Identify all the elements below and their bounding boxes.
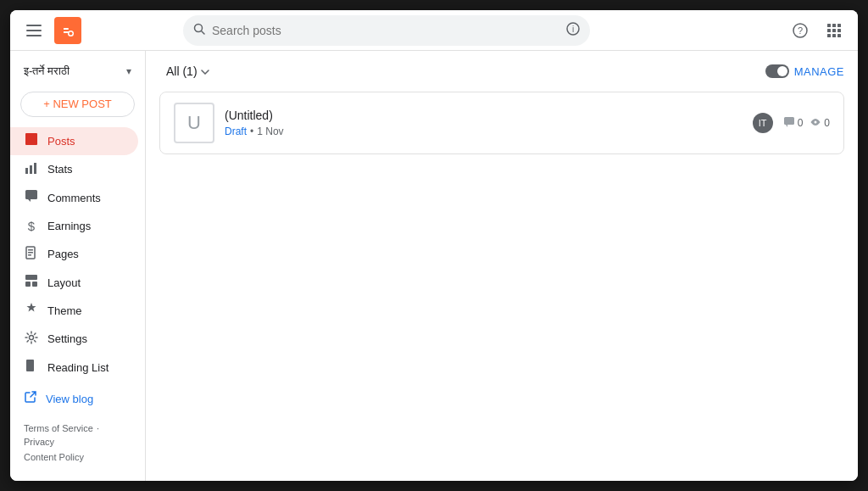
view-blog-icon: [24, 390, 37, 407]
post-stat-comments: 0: [783, 116, 804, 131]
sidebar-item-theme[interactable]: Theme: [10, 297, 138, 325]
svg-rect-29: [28, 254, 31, 256]
svg-point-5: [70, 31, 73, 35]
sidebar-item-comments[interactable]: Comments: [10, 183, 138, 211]
svg-rect-2: [26, 35, 42, 36]
settings-label: Settings: [47, 332, 87, 345]
svg-rect-12: [827, 24, 831, 27]
top-right-icons: ?: [787, 17, 848, 44]
sidebar-item-settings[interactable]: Settings: [10, 325, 138, 353]
svg-rect-25: [25, 190, 37, 199]
post-stats: 0 0: [783, 116, 830, 131]
sidebar-item-stats[interactable]: Stats: [10, 155, 138, 183]
search-info-icon[interactable]: i: [566, 22, 580, 39]
apps-button[interactable]: [821, 17, 848, 44]
search-icon: [193, 23, 205, 37]
svg-rect-13: [832, 24, 836, 27]
manage-button[interactable]: MANAGE: [765, 64, 844, 78]
comments-icon: [24, 189, 39, 206]
svg-rect-0: [26, 25, 42, 26]
theme-label: Theme: [47, 304, 81, 317]
svg-point-33: [30, 335, 34, 339]
svg-text:i: i: [572, 25, 574, 34]
view-blog-item[interactable]: View blog: [10, 385, 145, 413]
footer-links: Terms of Service · Privacy: [24, 423, 131, 447]
blog-name-row[interactable]: इ-तर्ने मराठी ▾: [10, 58, 145, 88]
settings-icon: [24, 331, 39, 348]
sidebar-item-posts[interactable]: Posts: [10, 127, 138, 155]
content-area: All (1) MANAGE U (Un: [146, 51, 858, 481]
stats-label: Stats: [47, 163, 73, 176]
content-policy-link[interactable]: Content Policy: [24, 452, 84, 462]
reading-list-icon: [24, 359, 39, 376]
browser-window: i ?: [10, 10, 858, 481]
svg-text:?: ?: [798, 25, 803, 36]
svg-rect-20: [837, 34, 841, 37]
view-blog-label: View blog: [46, 393, 93, 405]
search-input[interactable]: [212, 24, 559, 37]
pages-label: Pages: [47, 248, 79, 260]
main-layout: इ-तर्ने मराठी ▾ + NEW POST Posts: [10, 51, 858, 481]
theme-icon: [24, 302, 39, 319]
content-header: All (1) MANAGE: [159, 61, 844, 81]
post-separator: •: [250, 126, 253, 137]
svg-rect-16: [832, 29, 836, 32]
layout-icon: [24, 274, 39, 291]
post-date: 1 Nov: [257, 126, 283, 137]
comment-stat-value: 0: [798, 117, 804, 129]
sidebar-item-pages[interactable]: Pages: [10, 240, 138, 268]
thumbnail-letter: U: [187, 112, 201, 134]
earnings-icon: $: [24, 219, 39, 233]
help-button[interactable]: ?: [787, 17, 814, 44]
comments-label: Comments: [47, 192, 101, 204]
sidebar-item-reading-list[interactable]: Reading List: [10, 353, 138, 381]
svg-rect-23: [30, 165, 32, 174]
filter-label: All (1): [166, 64, 198, 78]
svg-rect-22: [25, 168, 28, 174]
filter-dropdown[interactable]: All (1): [159, 61, 216, 81]
svg-rect-28: [28, 252, 33, 254]
views-stat-value: 0: [824, 117, 830, 129]
sidebar-item-earnings[interactable]: $ Earnings: [10, 212, 138, 240]
filter-chevron-icon: [201, 65, 209, 77]
svg-rect-36: [784, 117, 794, 125]
sidebar-footer: Terms of Service · Privacy Content Polic…: [10, 413, 145, 474]
svg-rect-19: [832, 34, 836, 37]
privacy-link[interactable]: Privacy: [24, 437, 54, 447]
manage-label: MANAGE: [794, 65, 844, 78]
svg-rect-32: [32, 282, 37, 287]
posts-label: Posts: [47, 135, 75, 148]
comment-stat-icon: [783, 116, 795, 131]
post-stat-views: 0: [810, 116, 830, 131]
svg-point-37: [815, 120, 817, 123]
svg-rect-15: [827, 29, 831, 32]
post-card[interactable]: U (Untitled) Draft • 1 Nov IT: [159, 92, 844, 154]
terms-link[interactable]: Terms of Service: [24, 423, 93, 433]
svg-rect-30: [25, 275, 37, 280]
posts-icon: [24, 132, 39, 149]
earnings-label: Earnings: [47, 220, 91, 232]
views-stat-icon: [810, 116, 821, 131]
post-title: (Untitled): [225, 109, 743, 122]
top-bar: i ?: [10, 10, 858, 51]
svg-rect-17: [837, 29, 841, 32]
search-bar: i: [183, 15, 590, 46]
new-post-button[interactable]: + NEW POST: [20, 92, 135, 117]
svg-rect-31: [25, 282, 31, 287]
reading-list-label: Reading List: [47, 361, 108, 374]
post-author-badge: IT: [753, 113, 773, 133]
svg-rect-35: [29, 360, 31, 371]
blogger-logo: [54, 17, 81, 44]
hamburger-button[interactable]: [20, 17, 47, 44]
svg-rect-27: [28, 249, 33, 251]
svg-rect-18: [827, 34, 831, 37]
manage-toggle-icon: [765, 64, 789, 78]
post-meta: Draft • 1 Nov: [225, 126, 743, 137]
blog-chevron-icon: ▾: [126, 65, 131, 77]
sidebar-item-layout[interactable]: Layout: [10, 268, 138, 296]
svg-rect-3: [59, 22, 76, 39]
layout-label: Layout: [47, 276, 81, 289]
sidebar: इ-तर्ने मराठी ▾ + NEW POST Posts: [10, 51, 146, 481]
post-right: IT 0: [753, 113, 830, 133]
post-info: (Untitled) Draft • 1 Nov: [225, 109, 743, 137]
